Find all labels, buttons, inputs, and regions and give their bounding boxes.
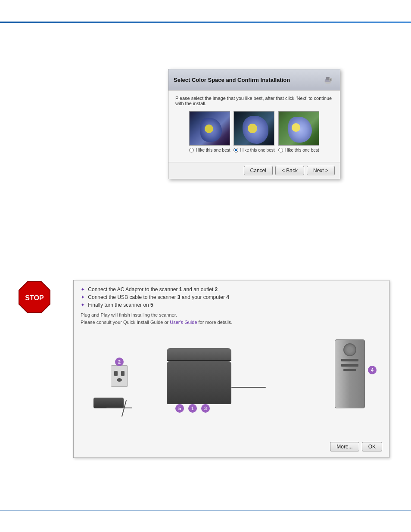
radio-text-2: I like this one best xyxy=(240,148,274,152)
flower-image-2[interactable] xyxy=(234,111,274,146)
dialog-instruction: Please select the image that you like be… xyxy=(175,96,333,106)
radio-button-3[interactable] xyxy=(278,148,283,152)
scanner-setup-section: STOP ✦ Connect the AC Adaptor to the sca… xyxy=(73,280,389,458)
scanner-label-1: 1 xyxy=(188,404,197,413)
scanner-label-5: 5 xyxy=(175,404,184,413)
power-cable-h xyxy=(106,408,132,408)
adapter-body xyxy=(93,398,124,408)
bullet-2: ✦ xyxy=(81,294,85,300)
outlet-label-2: 2 xyxy=(115,358,124,366)
stop-sign-container: STOP xyxy=(17,280,52,316)
conn-line-1: ✦ Connect the AC Adaptor to the scanner … xyxy=(81,286,382,292)
conn-line-3: ✦ Finally turn the scanner on 5 xyxy=(81,302,382,308)
connection-box: ✦ Connect the AC Adaptor to the scanner … xyxy=(73,280,389,458)
back-button[interactable]: < Back xyxy=(275,166,304,175)
usb-cable xyxy=(231,387,266,388)
computer-tower: 4 xyxy=(335,339,365,408)
tower-label-4: 4 xyxy=(368,366,377,374)
tower-body: 4 xyxy=(335,339,365,408)
image-option-3[interactable]: I like this one best xyxy=(278,111,319,152)
radio-label-2[interactable]: I like this one best xyxy=(234,148,274,152)
outlet-plate xyxy=(111,365,128,387)
outlet-hole-left xyxy=(114,371,118,376)
main-content: Select Color Space and Confirm Installat… xyxy=(0,26,411,506)
ac-adapter xyxy=(93,398,124,408)
tower-drive-1 xyxy=(341,359,358,361)
outlet-holes-row xyxy=(114,371,125,376)
ok-button[interactable]: OK xyxy=(362,442,382,451)
printer-icon xyxy=(321,73,335,87)
scanner-label-3: 3 xyxy=(201,404,210,413)
next-button[interactable]: Next > xyxy=(307,166,335,175)
wall-outlet: 2 xyxy=(111,365,128,387)
radio-label-3[interactable]: I like this one best xyxy=(278,148,319,152)
scanner-top xyxy=(167,348,231,361)
top-decorative-line xyxy=(0,22,411,23)
pnp-line1: Plug and Play will finish installing the… xyxy=(81,312,177,317)
image-selection-row: I like this one best I like this one bes… xyxy=(175,111,333,152)
users-guide-link[interactable]: User's Guide xyxy=(170,320,197,325)
radio-text-1: I like this one best xyxy=(196,148,230,152)
color-space-dialog: Select Color Space and Confirm Installat… xyxy=(168,69,340,179)
conn-line-2: ✦ Connect the USB cable to the scanner 3… xyxy=(81,294,382,300)
bullet-3: ✦ xyxy=(81,302,85,308)
radio-text-3: I like this one best xyxy=(285,148,319,152)
svg-text:STOP: STOP xyxy=(25,294,44,302)
scanner-device: 5 1 3 xyxy=(167,348,231,404)
svg-point-4 xyxy=(330,79,331,81)
pnp-text: Plug and Play will finish installing the… xyxy=(81,311,382,326)
more-button[interactable]: More... xyxy=(330,442,359,451)
outlet-ground xyxy=(117,378,122,382)
dialog-footer: Cancel < Back Next > xyxy=(168,162,340,179)
outlet-hole-right xyxy=(121,371,125,376)
cancel-button[interactable]: Cancel xyxy=(244,166,273,175)
dialog-title: Select Color Space and Confirm Installat… xyxy=(174,77,290,83)
tower-fan xyxy=(343,343,356,356)
stop-sign-icon: STOP xyxy=(17,280,52,314)
bullet-1: ✦ xyxy=(81,286,85,292)
dialog-body: Please select the image that you like be… xyxy=(168,90,340,162)
image-option-1[interactable]: I like this one best xyxy=(189,111,230,152)
radio-label-1[interactable]: I like this one best xyxy=(189,148,230,152)
flower-image-3[interactable] xyxy=(278,111,319,146)
radio-button-2[interactable] xyxy=(234,148,238,152)
radio-button-1[interactable] xyxy=(189,148,194,152)
diagram-inner: 2 xyxy=(81,331,382,439)
connection-instructions: ✦ Connect the AC Adaptor to the scanner … xyxy=(81,286,382,326)
bottom-decorative-line xyxy=(0,510,411,510)
connection-box-footer: More... OK xyxy=(81,442,382,451)
image-option-2[interactable]: I like this one best xyxy=(234,111,274,152)
scanner-body: 5 1 3 xyxy=(167,361,231,404)
dialog-titlebar: Select Color Space and Confirm Installat… xyxy=(168,69,340,90)
tower-drive-3 xyxy=(343,369,356,371)
flower-image-1[interactable] xyxy=(189,111,230,146)
scanner-diagram: 2 xyxy=(81,331,382,439)
tower-drive-2 xyxy=(341,364,358,367)
